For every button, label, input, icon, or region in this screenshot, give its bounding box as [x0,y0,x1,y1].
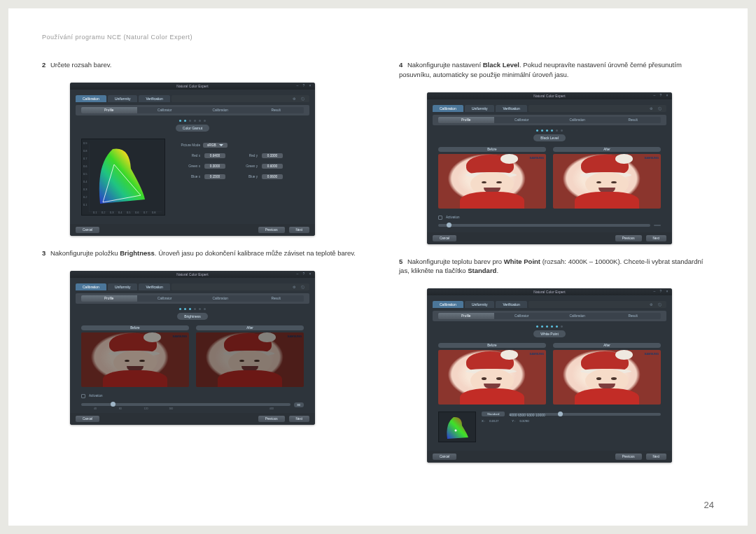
next-button[interactable]: Next [289,416,309,422]
info-icon[interactable]: ⓘ [658,302,662,307]
step-2: 2 Určete rozsah barev. [42,60,357,70]
help-icon[interactable]: ? [659,289,663,293]
samsung-logo: SAMSUNG [530,156,544,160]
tab-verification[interactable]: Verification [496,301,526,308]
step-number: 2 [42,61,46,69]
help-icon[interactable]: ? [302,83,306,87]
cancel-button[interactable]: Cancel [76,227,99,233]
blue-y-input[interactable]: 0.0600 [262,174,283,179]
tab-uniformity[interactable]: Uniformity [108,95,138,102]
page-number: 24 [704,500,714,510]
gear-icon[interactable]: ⚙ [650,302,654,307]
window-titlebar: Natural Color Expert –?× [70,271,315,278]
subtab-result[interactable]: Result [606,117,662,123]
activation-checkbox[interactable] [438,216,442,220]
green-x-input[interactable]: 0.3000 [204,164,225,169]
close-icon[interactable]: × [308,83,312,87]
close-icon[interactable]: × [665,289,669,293]
before-label: Before [438,147,546,152]
step-number: 5 [399,258,402,265]
white-point-thumb [438,412,476,442]
subtab-calibration[interactable]: Calibration [192,295,248,302]
samsung-logo: SAMSUNG [645,156,659,160]
tab-uniformity[interactable]: Uniformity [465,105,495,112]
x-tick: 0.3 [110,211,114,214]
subtab-calibrator[interactable]: Calibrator [494,313,550,319]
tab-uniformity[interactable]: Uniformity [108,283,138,290]
tab-calibration[interactable]: Calibration [76,95,106,102]
step-text-bold2: Standard [468,267,496,274]
samsung-logo: SAMSUNG [645,352,659,356]
help-icon[interactable]: ? [659,93,663,97]
gamut-chart: 0.9 0.8 0.7 0.6 0.5 0.4 0.3 0.2 0.1 0.1 … [81,139,165,216]
subtab-profile[interactable]: Profile [81,295,137,302]
info-icon[interactable]: ⓘ [301,285,305,289]
wp-x-input[interactable]: 0.3127 [489,419,507,423]
standard-button[interactable]: Standard [482,412,505,416]
minimize-icon[interactable]: – [295,272,300,276]
cancel-button[interactable]: Cancel [433,235,456,241]
tab-calibration[interactable]: Calibration [433,105,463,112]
picture-mode-dropdown[interactable]: sRGB [203,143,227,148]
step-4: 4 Nakonfigurujte nastavení Black Level. … [399,60,714,80]
preview-after: SAMSUNG [553,350,661,405]
subtab-calibrator[interactable]: Calibrator [137,295,193,302]
black-slider[interactable] [438,224,650,227]
brightness-slider[interactable]: 40 80 120 160 400 [81,403,290,406]
y-tick: 0.5 [83,172,88,176]
window-title: Natural Color Expert [533,94,565,98]
help-icon[interactable]: ? [302,272,306,276]
white-point-slider[interactable]: 4000 6500 9300 10000 [509,413,661,416]
picture-mode-label: Picture Mode [172,143,200,147]
close-icon[interactable]: × [308,272,312,276]
minimize-icon[interactable]: – [652,289,657,293]
window-titlebar: Natural Color Expert –?× [427,288,672,295]
previous-button[interactable]: Previous [258,416,285,422]
subtab-calibration[interactable]: Calibration [192,107,248,113]
info-icon[interactable]: ⓘ [658,106,662,111]
subtab-profile[interactable]: Profile [438,313,494,319]
wp-y-input[interactable]: 0.3290 [519,419,538,423]
green-y-label: Green y [230,164,258,168]
cancel-button[interactable]: Cancel [76,416,99,422]
gear-icon[interactable]: ⚙ [293,97,297,101]
next-button[interactable]: Next [646,235,666,241]
red-y-input[interactable]: 0.3300 [262,153,283,158]
gear-icon[interactable]: ⚙ [293,285,297,289]
x-tick: 0.1 [93,211,97,214]
previous-button[interactable]: Previous [615,235,642,241]
step-text-bold: White Point [504,258,540,265]
previous-button[interactable]: Previous [258,227,285,233]
step-text-post2: . [496,267,498,274]
tab-calibration[interactable]: Calibration [433,301,463,308]
subtab-calibrator[interactable]: Calibrator [137,107,193,113]
next-button[interactable]: Next [646,454,666,460]
subtab-profile[interactable]: Profile [438,117,494,123]
subtab-calibration[interactable]: Calibration [550,313,606,319]
tab-calibration[interactable]: Calibration [76,283,106,290]
tab-verification[interactable]: Verification [496,105,526,112]
tab-verification[interactable]: Verification [139,283,169,290]
brightness-value: 80 [294,402,304,407]
subtab-profile[interactable]: Profile [81,107,137,113]
tab-uniformity[interactable]: Uniformity [465,301,495,308]
cancel-button[interactable]: Cancel [433,454,456,460]
red-x-input[interactable]: 0.6400 [204,153,225,158]
subtab-result[interactable]: Result [248,107,304,113]
subtab-result[interactable]: Result [606,313,662,319]
info-icon[interactable]: ⓘ [301,97,305,101]
tab-verification[interactable]: Verification [139,95,169,102]
blue-x-input[interactable]: 0.1500 [204,174,225,179]
subtab-calibration[interactable]: Calibration [550,117,606,123]
minimize-icon[interactable]: – [652,93,657,97]
minimize-icon[interactable]: – [295,83,300,87]
gear-icon[interactable]: ⚙ [650,106,654,111]
subtab-result[interactable]: Result [248,295,304,302]
green-y-input[interactable]: 0.6000 [262,164,283,169]
previous-button[interactable]: Previous [615,454,642,460]
next-button[interactable]: Next [289,227,309,233]
subtab-calibrator[interactable]: Calibrator [494,117,550,123]
preview-before: SAMSUNG [438,154,546,209]
close-icon[interactable]: × [665,93,669,97]
activation-checkbox[interactable] [81,394,85,398]
